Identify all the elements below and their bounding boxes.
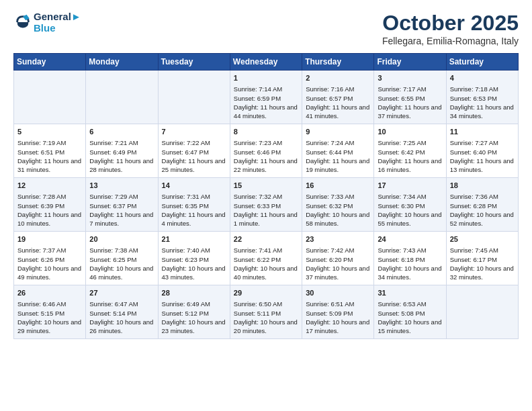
calendar-table: SundayMondayTuesdayWednesdayThursdayFrid… xyxy=(13,53,519,339)
day-info: Daylight: 10 hours and 43 minutes. xyxy=(162,264,226,282)
day-number: 21 xyxy=(162,234,226,244)
calendar-week-row: 19Sunrise: 7:37 AMSunset: 6:26 PMDayligh… xyxy=(14,232,519,285)
day-info: Daylight: 10 hours and 23 minutes. xyxy=(162,318,226,336)
month-title: October 2025 xyxy=(382,11,519,36)
calendar-cell xyxy=(86,71,158,124)
day-number: 25 xyxy=(450,234,515,244)
day-number: 12 xyxy=(17,181,82,191)
day-info: Sunset: 6:46 PM xyxy=(234,148,298,156)
day-info: Daylight: 11 hours and 22 minutes. xyxy=(234,156,298,175)
day-info: Sunrise: 7:23 AM xyxy=(234,138,298,147)
day-info: Sunrise: 7:31 AM xyxy=(162,192,226,201)
day-info: Daylight: 11 hours and 4 minutes. xyxy=(162,210,226,228)
day-info: Daylight: 11 hours and 10 minutes. xyxy=(17,210,82,228)
day-info: Daylight: 10 hours and 52 minutes. xyxy=(450,210,515,228)
calendar-cell: 21Sunrise: 7:40 AMSunset: 6:23 PMDayligh… xyxy=(158,232,230,285)
day-number: 22 xyxy=(234,234,298,244)
day-info: Daylight: 10 hours and 29 minutes. xyxy=(17,318,82,336)
day-info: Daylight: 10 hours and 32 minutes. xyxy=(450,264,515,282)
header: General► Blue October 2025 Fellegara, Em… xyxy=(13,11,519,46)
logo-icon xyxy=(13,13,32,32)
calendar-cell: 1Sunrise: 7:14 AMSunset: 6:59 PMDaylight… xyxy=(230,71,302,124)
day-info: Sunrise: 7:27 AM xyxy=(450,138,515,147)
day-info: Sunrise: 7:43 AM xyxy=(378,246,442,255)
calendar-cell: 29Sunrise: 6:50 AMSunset: 5:11 PMDayligh… xyxy=(230,285,302,339)
day-number: 4 xyxy=(450,73,515,83)
calendar-week-row: 5Sunrise: 7:19 AMSunset: 6:51 PMDaylight… xyxy=(14,124,519,178)
day-info: Sunrise: 6:49 AM xyxy=(162,300,226,308)
logo-blue: Blue xyxy=(34,22,81,34)
day-info: Sunrise: 7:45 AM xyxy=(450,246,515,255)
day-info: Daylight: 11 hours and 25 minutes. xyxy=(162,156,226,175)
day-info: Daylight: 10 hours and 46 minutes. xyxy=(89,264,154,282)
calendar-cell: 4Sunrise: 7:18 AMSunset: 6:53 PMDaylight… xyxy=(446,71,518,124)
day-info: Sunrise: 7:29 AM xyxy=(89,192,154,201)
calendar-cell: 23Sunrise: 7:42 AMSunset: 6:20 PMDayligh… xyxy=(302,232,374,285)
day-number: 7 xyxy=(162,127,226,137)
day-info: Sunset: 6:57 PM xyxy=(306,94,370,103)
day-info: Daylight: 10 hours and 37 minutes. xyxy=(306,264,370,282)
calendar-cell: 16Sunrise: 7:33 AMSunset: 6:32 PMDayligh… xyxy=(302,178,374,232)
day-info: Sunset: 5:11 PM xyxy=(234,309,298,318)
day-info: Sunset: 6:17 PM xyxy=(450,255,515,264)
day-info: Sunrise: 7:38 AM xyxy=(89,246,154,255)
day-number: 24 xyxy=(378,234,442,244)
day-info: Daylight: 10 hours and 40 minutes. xyxy=(234,264,298,282)
day-info: Daylight: 10 hours and 49 minutes. xyxy=(17,264,82,282)
day-info: Daylight: 10 hours and 20 minutes. xyxy=(234,318,298,336)
calendar-cell: 17Sunrise: 7:34 AMSunset: 6:30 PMDayligh… xyxy=(374,178,446,232)
day-info: Daylight: 10 hours and 26 minutes. xyxy=(89,318,154,336)
day-info: Daylight: 11 hours and 34 minutes. xyxy=(450,103,515,121)
calendar-cell: 18Sunrise: 7:36 AMSunset: 6:28 PMDayligh… xyxy=(446,178,518,232)
day-info: Sunset: 6:59 PM xyxy=(234,94,298,103)
calendar-cell: 30Sunrise: 6:51 AMSunset: 5:09 PMDayligh… xyxy=(302,285,374,339)
calendar-cell: 2Sunrise: 7:16 AMSunset: 6:57 PMDaylight… xyxy=(302,71,374,124)
day-info: Daylight: 11 hours and 1 minute. xyxy=(234,210,298,228)
day-number: 18 xyxy=(450,181,515,191)
weekday-header: Sunday xyxy=(14,54,86,71)
calendar-cell: 22Sunrise: 7:41 AMSunset: 6:22 PMDayligh… xyxy=(230,232,302,285)
day-info: Sunset: 6:37 PM xyxy=(89,201,154,210)
calendar-week-row: 26Sunrise: 6:46 AMSunset: 5:15 PMDayligh… xyxy=(14,285,519,339)
day-info: Sunrise: 7:25 AM xyxy=(378,138,442,147)
day-number: 17 xyxy=(378,181,442,191)
day-info: Sunset: 6:22 PM xyxy=(234,255,298,264)
day-number: 6 xyxy=(89,127,154,137)
day-info: Sunset: 6:40 PM xyxy=(450,148,515,156)
day-info: Sunrise: 7:32 AM xyxy=(234,192,298,201)
day-info: Sunrise: 7:19 AM xyxy=(17,138,82,147)
calendar-cell: 26Sunrise: 6:46 AMSunset: 5:15 PMDayligh… xyxy=(14,285,86,339)
day-number: 9 xyxy=(306,127,370,137)
calendar-cell: 6Sunrise: 7:21 AMSunset: 6:49 PMDaylight… xyxy=(86,124,158,178)
day-info: Sunrise: 7:33 AM xyxy=(306,192,370,201)
day-number: 28 xyxy=(162,288,226,298)
calendar-cell: 14Sunrise: 7:31 AMSunset: 6:35 PMDayligh… xyxy=(158,178,230,232)
day-info: Sunset: 6:23 PM xyxy=(162,255,226,264)
day-info: Sunrise: 6:46 AM xyxy=(17,300,82,308)
day-info: Sunset: 6:49 PM xyxy=(89,148,154,156)
day-info: Daylight: 11 hours and 28 minutes. xyxy=(89,156,154,175)
weekday-header-row: SundayMondayTuesdayWednesdayThursdayFrid… xyxy=(14,54,519,71)
day-info: Sunrise: 7:18 AM xyxy=(450,85,515,93)
day-info: Daylight: 11 hours and 31 minutes. xyxy=(17,156,82,175)
day-info: Sunset: 6:28 PM xyxy=(450,201,515,210)
day-info: Sunset: 5:12 PM xyxy=(162,309,226,318)
day-number: 31 xyxy=(378,288,442,298)
calendar-cell: 13Sunrise: 7:29 AMSunset: 6:37 PMDayligh… xyxy=(86,178,158,232)
day-info: Sunset: 5:08 PM xyxy=(378,309,442,318)
calendar-cell: 11Sunrise: 7:27 AMSunset: 6:40 PMDayligh… xyxy=(446,124,518,178)
calendar-page: General► Blue October 2025 Fellegara, Em… xyxy=(0,0,532,350)
calendar-cell: 19Sunrise: 7:37 AMSunset: 6:26 PMDayligh… xyxy=(14,232,86,285)
calendar-week-row: 1Sunrise: 7:14 AMSunset: 6:59 PMDaylight… xyxy=(14,71,519,124)
day-number: 23 xyxy=(306,234,370,244)
logo: General► Blue xyxy=(13,11,81,34)
day-info: Daylight: 11 hours and 7 minutes. xyxy=(89,210,154,228)
weekday-header: Thursday xyxy=(302,54,374,71)
day-number: 10 xyxy=(378,127,442,137)
calendar-cell: 12Sunrise: 7:28 AMSunset: 6:39 PMDayligh… xyxy=(14,178,86,232)
weekday-header: Monday xyxy=(86,54,158,71)
day-info: Sunset: 6:55 PM xyxy=(378,94,442,103)
weekday-header: Friday xyxy=(374,54,446,71)
calendar-cell: 10Sunrise: 7:25 AMSunset: 6:42 PMDayligh… xyxy=(374,124,446,178)
day-number: 8 xyxy=(234,127,298,137)
